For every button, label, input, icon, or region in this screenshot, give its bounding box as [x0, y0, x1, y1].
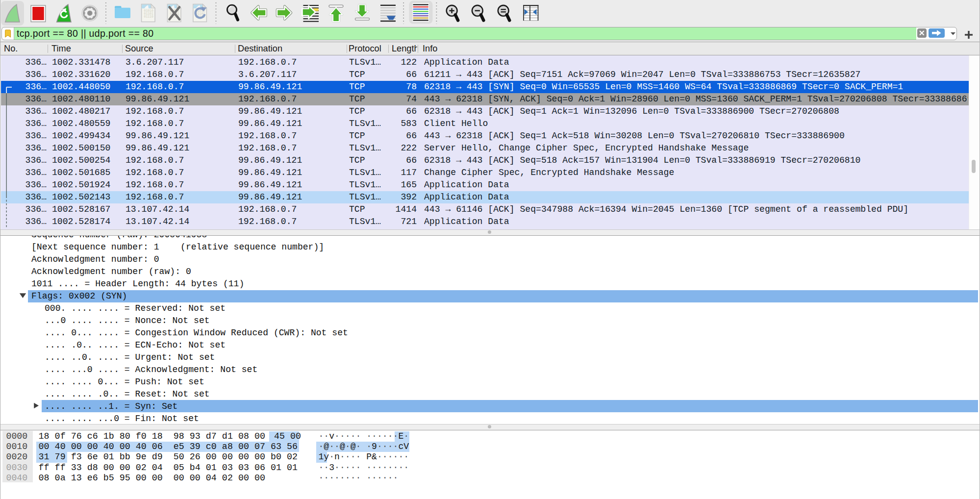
svg-text:01110: 01110 — [144, 15, 153, 19]
